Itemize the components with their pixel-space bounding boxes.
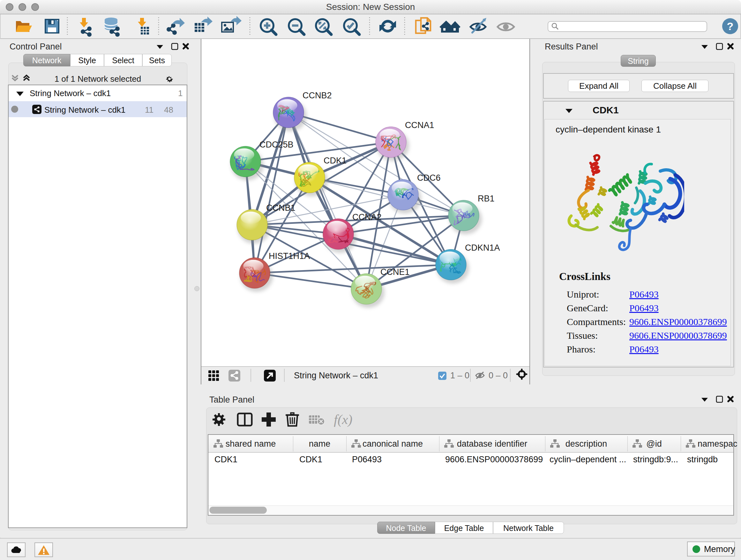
- svg-text:1 – 0: 1 – 0: [450, 371, 469, 380]
- svg-text:CCNB2: CCNB2: [302, 91, 332, 100]
- svg-text:RB1: RB1: [478, 194, 495, 203]
- svg-text:CDKN1A: CDKN1A: [465, 243, 500, 253]
- svg-text:f(x): f(x): [334, 412, 352, 427]
- svg-text:CDK1: CDK1: [324, 156, 347, 165]
- svg-text:CDC25B: CDC25B: [259, 140, 293, 149]
- svg-text:String Network – cdk1: String Network – cdk1: [294, 371, 378, 380]
- svg-text:CCNA1: CCNA1: [405, 120, 434, 130]
- svg-text:CDC6: CDC6: [417, 173, 441, 183]
- svg-text:0 – 0: 0 – 0: [488, 371, 508, 380]
- svg-text:HIST1H1A: HIST1H1A: [269, 251, 310, 261]
- svg-text:CCNE1: CCNE1: [381, 267, 410, 277]
- svg-text:CCNB1: CCNB1: [266, 203, 295, 212]
- svg-text:CCNA2: CCNA2: [352, 212, 382, 222]
